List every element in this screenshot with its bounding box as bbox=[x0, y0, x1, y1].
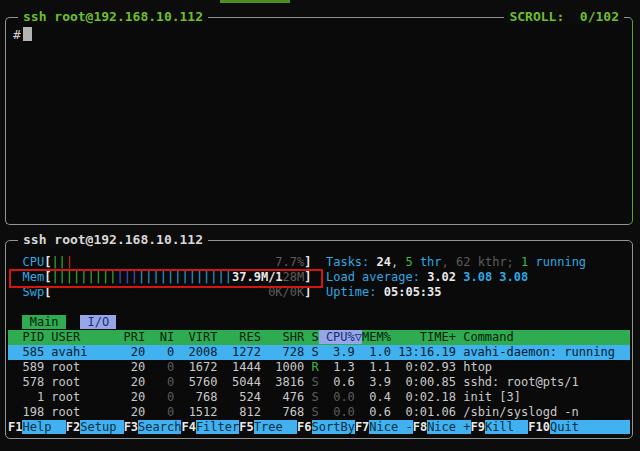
text-segment: Load average: bbox=[326, 270, 427, 284]
text-segment: Swp bbox=[22, 285, 44, 299]
text-segment: 1.3 1.1 0:02.93 htop bbox=[319, 360, 492, 374]
fkey-help-button[interactable]: Help bbox=[22, 420, 65, 434]
process-row-1[interactable]: 1 root 20 0 768 524 476 S 0.0 0.4 0:02.1… bbox=[8, 390, 630, 405]
text-segment: ||||||||||||| bbox=[138, 270, 232, 284]
text-segment: , bbox=[391, 255, 405, 269]
text-segment: 1672 1444 1000 bbox=[174, 360, 311, 374]
fkey-filter-button[interactable]: Filter bbox=[196, 420, 239, 434]
text-segment: F2 bbox=[66, 420, 80, 434]
fkey-search-button[interactable]: Search bbox=[138, 420, 181, 434]
cpu-meter-tasks-line: CPU[||| 7.7%] Tasks: 24, 5 thr, 62 kthr;… bbox=[8, 255, 630, 270]
shell-prompt: # bbox=[13, 27, 21, 42]
text-segment: 3.08 3.08 bbox=[463, 270, 528, 284]
text-segment: 5 bbox=[405, 255, 412, 269]
text-segment: R bbox=[311, 360, 318, 374]
text-segment bbox=[8, 285, 22, 299]
text-segment: ||||||||| bbox=[51, 270, 116, 284]
text-segment: 0.6 3.9 0:00.85 sshd: root@pts/1 bbox=[319, 375, 579, 389]
text-segment: 198 root 20 bbox=[8, 405, 145, 419]
fkey-tree-button[interactable]: Tree bbox=[254, 420, 297, 434]
fkey-quit-button[interactable]: Quit bbox=[550, 420, 630, 434]
text-segment: || bbox=[51, 255, 65, 269]
htop-screen[interactable]: CPU[||| 7.7%] Tasks: 24, 5 thr, 62 kthr;… bbox=[8, 255, 630, 435]
text-segment: 0K/0K bbox=[268, 285, 304, 299]
text-segment: ] bbox=[304, 270, 311, 284]
text-segment: F4 bbox=[181, 420, 195, 434]
fkey-kill-button[interactable]: Kill bbox=[485, 420, 528, 434]
text-segment bbox=[312, 255, 326, 269]
fkey-sortby-button[interactable]: SortBy bbox=[312, 420, 355, 434]
text-segment: Tasks: bbox=[326, 255, 377, 269]
tab-bar: Main I/O bbox=[8, 315, 630, 330]
fkey-nice-minus-button[interactable]: Nice - bbox=[369, 420, 412, 434]
text-segment: thr bbox=[413, 255, 442, 269]
function-key-bar[interactable]: F1Help F2Setup F3SearchF4FilterF5Tree F6… bbox=[8, 420, 630, 435]
text-segment: F3 bbox=[124, 420, 138, 434]
text-segment: 24 bbox=[377, 255, 391, 269]
text-segment bbox=[73, 255, 275, 269]
text-segment: 1 root 20 bbox=[8, 390, 145, 404]
top-terminal-pane[interactable]: ssh root@192.168.10.112 SCROLL: 0/102 # bbox=[5, 17, 633, 225]
text-segment: 0.6 0:01.06 /sbin/syslogd -n bbox=[355, 405, 579, 419]
swp-meter-uptime-line: Swp[ 0K/0K] Uptime: 05:05:35 bbox=[8, 285, 630, 300]
text-segment: MEM% TIME+ Command bbox=[362, 330, 514, 344]
text-segment bbox=[66, 315, 80, 329]
text-segment: F1 bbox=[8, 420, 22, 434]
text-segment: F9 bbox=[471, 420, 485, 434]
text-segment: 5760 5044 3816 bbox=[174, 375, 311, 389]
tab-io[interactable]: I/O bbox=[80, 315, 116, 329]
fkey-nice-plus-button[interactable]: Nice + bbox=[427, 420, 470, 434]
text-segment bbox=[8, 315, 22, 329]
table-header[interactable]: PID USER PRI NI VIRT RES SHR S CPU%▽MEM%… bbox=[8, 330, 630, 345]
text-segment: F5 bbox=[239, 420, 253, 434]
text-segment: 0 bbox=[145, 360, 174, 374]
text-segment: 589 root 20 bbox=[8, 360, 145, 374]
bottom-pane-title: ssh root@192.168.10.112 bbox=[18, 232, 208, 247]
text-segment: CPU bbox=[22, 255, 44, 269]
text-segment bbox=[8, 270, 22, 284]
text-segment bbox=[51, 285, 268, 299]
top-pane-title: ssh root@192.168.10.112 bbox=[18, 9, 208, 24]
text-segment: Uptime: bbox=[326, 285, 384, 299]
bottom-terminal-pane[interactable]: ssh root@192.168.10.112 CPU[||| 7.7%] Ta… bbox=[5, 240, 633, 439]
process-row-578[interactable]: 578 root 20 0 5760 5044 3816 S 0.6 3.9 0… bbox=[8, 375, 630, 390]
text-segment: 7.7% bbox=[275, 255, 304, 269]
text-segment: 0.0 bbox=[319, 390, 355, 404]
text-segment: 585 avahi 20 0 2008 1272 728 S 3.9 1.0 1… bbox=[8, 345, 615, 359]
fkey-setup-button[interactable]: Setup bbox=[80, 420, 123, 434]
text-segment: 768 524 476 bbox=[174, 390, 311, 404]
text-segment: 05:05:35 bbox=[384, 285, 442, 299]
text-segment: running bbox=[528, 255, 586, 269]
text-segment: ||| bbox=[116, 270, 138, 284]
mem-meter-load-line: Mem[|||||||||||||||||||||||||37.9M/128M]… bbox=[8, 270, 630, 285]
text-segment: 578 root 20 bbox=[8, 375, 145, 389]
text-segment: 62 kthr bbox=[456, 255, 507, 269]
text-segment bbox=[312, 270, 326, 284]
process-row-589[interactable]: 589 root 20 0 1672 1444 1000 R 1.3 1.1 0… bbox=[8, 360, 630, 375]
text-segment bbox=[311, 285, 325, 299]
text-segment: ] bbox=[304, 255, 311, 269]
text-segment: 0.4 0:02.18 init [3] bbox=[355, 390, 521, 404]
text-segment: 0 bbox=[145, 375, 174, 389]
process-row-198[interactable]: 198 root 20 0 1512 812 768 S 0.0 0.6 0:0… bbox=[8, 405, 630, 420]
text-segment: | bbox=[66, 255, 73, 269]
text-segment bbox=[8, 255, 22, 269]
text-segment: S bbox=[311, 375, 318, 389]
text-segment: 3.02 bbox=[427, 270, 463, 284]
text-segment: 37.9M/1 bbox=[232, 270, 283, 284]
text-segment: S bbox=[311, 390, 318, 404]
process-row-585-selected[interactable]: 585 avahi 20 0 2008 1272 728 S 3.9 1.0 1… bbox=[8, 345, 630, 360]
text-segment: F8 bbox=[413, 420, 427, 434]
text-segment: Mem bbox=[22, 270, 44, 284]
text-segment: F7 bbox=[355, 420, 369, 434]
text-segment bbox=[8, 300, 15, 314]
text-segment: S bbox=[311, 405, 318, 419]
blank-line bbox=[8, 300, 630, 315]
text-segment: F10 bbox=[528, 420, 550, 434]
text-segment: , bbox=[442, 255, 456, 269]
text-segment: 1512 812 768 bbox=[174, 405, 311, 419]
video-artifact-bar bbox=[220, 0, 290, 3]
text-segment: 0.0 bbox=[319, 405, 355, 419]
tab-main[interactable]: Main bbox=[22, 315, 65, 329]
sort-column-cpu[interactable]: CPU%▽ bbox=[319, 330, 362, 344]
